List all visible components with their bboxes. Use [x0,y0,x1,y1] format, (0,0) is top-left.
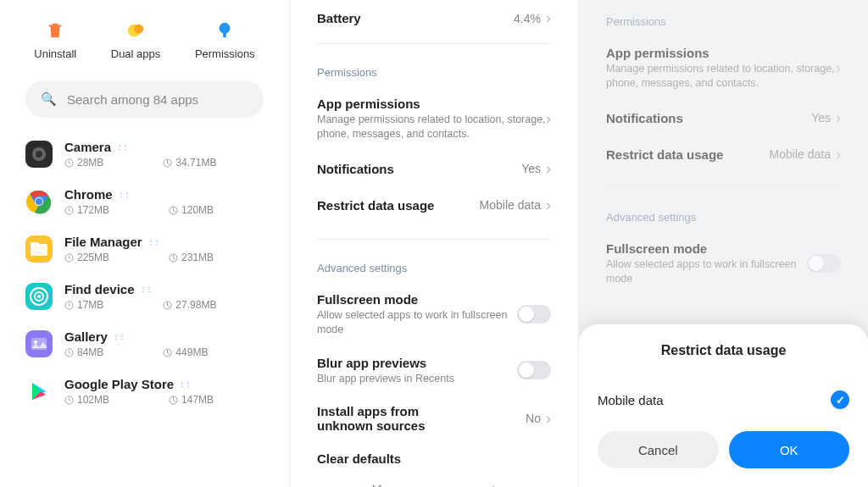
app-row[interactable]: Google Play Store ⋮⋮ 102MB 147MB [0,370,289,418]
fullscreen-row[interactable]: Fullscreen mode Allow selected apps to w… [317,283,551,346]
storage-size: 172MB [64,204,109,216]
svg-point-5 [36,151,42,158]
app-row[interactable]: Gallery ⋮⋮ 84MB 449MB [0,323,289,370]
dual-apps-label: Dual apps [111,47,161,60]
data-size: 27.98MB [163,299,216,311]
app-icon [25,141,53,168]
loading-dots-icon: ⋮⋮ [140,285,152,293]
svg-point-1 [134,25,143,34]
blur-row[interactable]: Blur app previews Blur app previews in R… [317,346,551,396]
permissions-action[interactable]: Permissions [195,20,255,60]
restrict-data-row: Restrict data usage Mobile data› [606,136,841,173]
loading-dots-icon: ⋮⋮ [179,380,191,388]
cancel-button[interactable]: Cancel [598,431,719,468]
install-unknown-title: Install apps from unknown sources [317,404,470,433]
search-input[interactable]: 🔍 Search among 84 apps [25,80,264,118]
permissions-header: Permissions [606,0,841,36]
restrict-data-title: Restrict data usage [317,198,434,213]
app-name: Find device [64,282,135,296]
restrict-data-title: Restrict data usage [606,147,723,162]
loading-dots-icon: ⋮⋮ [113,333,125,340]
action-row: Uninstall Dual apps Permissions [0,0,289,74]
permissions-icon [214,20,235,41]
chevron-right-icon: › [546,110,551,128]
loading-dots-icon: ⋮⋮ [116,143,128,151]
app-permissions-sub: Manage permissions related to location, … [606,62,836,91]
svg-rect-15 [31,242,39,246]
uninstall-label: Uninstall [34,47,76,60]
app-name: Camera [64,140,111,154]
divider [317,43,551,44]
data-size: 231MB [169,252,214,263]
mobile-data-option[interactable]: Mobile data ✓ [598,382,849,431]
chevron-right-icon: › [836,109,841,127]
fullscreen-sub: Allow selected apps to work in fullscree… [606,257,807,286]
install-unknown-value: No [526,412,541,425]
battery-title: Battery [317,11,361,25]
home-icon: ⌂ [489,481,498,487]
blur-toggle[interactable] [517,361,551,379]
nav-hints: ✕⌂ [317,475,551,487]
svg-point-2 [220,23,231,34]
notifications-title: Notifications [606,111,683,125]
app-icon [25,378,53,405]
app-row[interactable]: Find device ⋮⋮ 17MB 27.98MB [0,275,289,323]
app-permissions-sub: Manage permissions related to location, … [317,113,546,141]
battery-row[interactable]: Battery 4.4%› [317,0,551,36]
clear-defaults-title: Clear defaults [317,451,401,466]
fullscreen-title: Fullscreen mode [317,292,517,307]
storage-size: 84MB [64,346,103,358]
restrict-data-sheet: Restrict data usage Mobile data ✓ Cancel… [579,324,868,487]
fullscreen-title: Fullscreen mode [606,241,807,256]
app-management-pane: Uninstall Dual apps Permissions 🔍 Search… [0,0,289,487]
ok-button[interactable]: OK [729,431,850,468]
divider [317,239,551,240]
clear-defaults-row[interactable]: Clear defaults [317,442,551,475]
app-icon [25,188,53,215]
data-size: 449MB [163,346,208,358]
storage-size: 225MB [64,252,109,263]
notifications-value: Yes [521,162,541,175]
close-icon: ✕ [370,480,383,487]
storage-size: 102MB [64,394,109,406]
app-row[interactable]: Chrome ⋮⋮ 172MB 120MB [0,180,289,228]
trash-icon [45,20,65,41]
app-row[interactable]: Camera ⋮⋮ 28MB 34.71MB [0,133,289,180]
svg-point-24 [34,340,37,344]
chevron-right-icon: › [836,59,841,77]
restrict-data-value: Mobile data [480,198,541,212]
fullscreen-sub: Allow selected apps to work in fullscree… [317,308,517,337]
chevron-right-icon: › [546,196,551,214]
app-icon [25,235,53,263]
app-list: Camera ⋮⋮ 28MB 34.71MB Chrome ⋮⋮ 172MB 1… [0,133,289,418]
check-icon: ✓ [831,390,849,409]
chevron-right-icon: › [546,9,551,27]
svg-rect-3 [223,33,226,38]
dual-apps-icon [125,20,146,41]
app-icon [25,283,53,310]
app-details-pane: Battery 4.4%› Permissions App permission… [289,0,579,487]
sheet-title: Restrict data usage [598,343,849,358]
app-row[interactable]: File Manager ⋮⋮ 225MB 231MB [0,228,289,275]
dual-apps-action[interactable]: Dual apps [111,20,161,60]
advanced-header: Advanced settings [606,196,841,232]
app-name: Gallery [64,329,108,344]
install-unknown-row[interactable]: Install apps from unknown sources No› [317,395,551,442]
chevron-right-icon: › [546,410,551,428]
app-permissions-row[interactable]: App permissions Manage permissions relat… [317,87,551,151]
fullscreen-row: Fullscreen mode Allow selected apps to w… [606,232,841,296]
permissions-header: Permissions [317,51,551,87]
divider [606,188,841,189]
storage-size: 28MB [64,157,103,169]
search-placeholder: Search among 84 apps [67,92,198,107]
fullscreen-toggle[interactable] [517,305,551,324]
chevron-right-icon: › [836,146,841,163]
uninstall-action[interactable]: Uninstall [34,20,76,60]
fullscreen-toggle [807,254,841,273]
sheet-buttons: Cancel OK [598,431,849,468]
notifications-title: Notifications [317,162,394,176]
notifications-row[interactable]: Notifications Yes› [317,151,551,187]
app-permissions-title: App permissions [317,97,546,111]
loading-dots-icon: ⋮⋮ [118,191,130,198]
restrict-data-row[interactable]: Restrict data usage Mobile data› [317,187,551,224]
